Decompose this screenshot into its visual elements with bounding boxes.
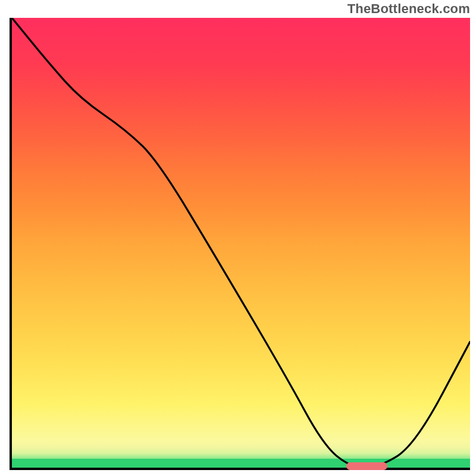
bottleneck-curve	[12, 18, 470, 468]
chart-container: TheBottleneck.com	[0, 0, 476, 476]
attribution-text: TheBottleneck.com	[347, 1, 470, 17]
optimal-range-marker	[346, 462, 387, 470]
plot-area	[10, 18, 470, 470]
